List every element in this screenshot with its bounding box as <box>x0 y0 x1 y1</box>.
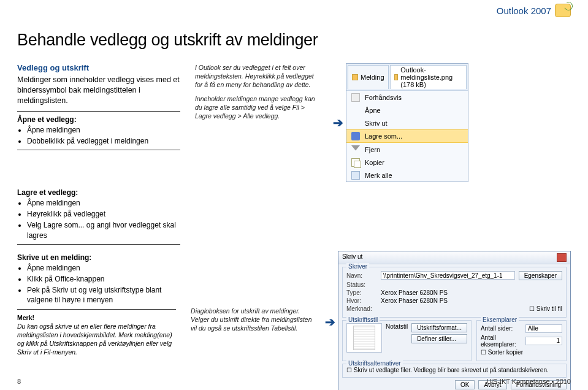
group-copies: Eksemplarer <box>481 316 519 323</box>
arrow-icon: ➔ <box>323 251 338 390</box>
properties-button: Egenskaper <box>519 271 562 280</box>
label-name: Navn: <box>346 272 377 279</box>
context-menu-figure: Melding Outlook-meldingsliste.png (178 k… <box>346 63 468 182</box>
brand-header: Outlook 2007 <box>497 4 571 17</box>
outlook-icon <box>555 4 571 17</box>
menu-item-preview: Forhåndsvis <box>346 91 468 104</box>
list-item: Dobbelklikk på vedlegget i meldingen <box>27 136 180 146</box>
page-footer: 8 UiS-IKT Kompetanse • 2010 <box>17 378 571 385</box>
print-icon <box>351 119 360 128</box>
subhead-vedlegg: Vedlegg og utskrift <box>17 63 180 72</box>
label-remark: Merknad: <box>346 305 377 312</box>
field-copies: 1 <box>525 337 562 345</box>
label-pages: Antall sider: <box>481 325 522 332</box>
close-icon <box>557 253 567 262</box>
menu-item-remove: Fjern <box>346 143 468 156</box>
menu-item-copy: Kopier <box>346 156 468 169</box>
brand-name: Outlook 2007 <box>497 6 551 16</box>
caption-text: I Outlook ser du vedlegget i et felt ove… <box>195 63 321 90</box>
menu-item-open: Åpne <box>346 104 468 117</box>
footer-credit: UiS-IKT Kompetanse • 2010 <box>486 378 571 385</box>
save-icon <box>351 132 360 140</box>
print-dialog-figure: Skriv ut Skriver Navn: \\printintern\Ghv… <box>338 251 571 390</box>
caption-text: Inneholder meldingen mange vedlegg kan d… <box>195 94 321 121</box>
style-thumbnail <box>346 323 382 353</box>
page-number: 8 <box>17 378 21 385</box>
open-head: Åpne et vedlegg: <box>17 115 180 124</box>
print-attachments-check: ☐ Skriv ut vedlagte filer. Vedlegg blir … <box>346 367 549 373</box>
list-item: Åpne meldingen <box>27 263 176 273</box>
collate-check: ☐ Sorter kopier <box>481 349 523 356</box>
label-where: Hvor: <box>346 297 377 304</box>
copy-icon <box>351 158 360 167</box>
list-item: Klikk på Office-knappen <box>27 274 176 284</box>
section-attachments: Vedlegg og utskrift Meldinger som inneho… <box>17 63 571 182</box>
page-setup-button: Utskriftsformat... <box>411 323 467 332</box>
section-print: Skrive ut en melding: Åpne meldingen Kli… <box>17 251 571 390</box>
print-to-file-check: ☐ Skriv til fil <box>529 305 562 312</box>
list-item: Høyreklikk på vedlegget <box>27 209 180 219</box>
caption-text: Diagloboksen for utskrift av meldinger. … <box>191 307 314 333</box>
menu-item-print: Skriv ut <box>346 117 468 129</box>
label-type: Type: <box>346 289 377 296</box>
intro-text: Meldinger som inneholder vedlegg vises m… <box>17 75 180 106</box>
arrow-icon: ➔ <box>330 63 346 182</box>
page-title: Behandle vedlegg og utskrift av meldinge… <box>17 31 571 50</box>
define-styles-button: Definer stiler... <box>411 334 467 343</box>
save-head: Lagre et vedlegg: <box>17 188 180 197</box>
field-pages: Alle <box>525 324 562 333</box>
label-copies: Antall eksemplarer: <box>481 334 522 348</box>
note-head: Merk! <box>17 314 34 321</box>
dialog-title: Skriv ut <box>342 253 362 262</box>
note-text: Du kan også skrive ut en eller flere mel… <box>17 323 172 356</box>
tab-attachment: Outlook-meldingsliste.png (178 kB) <box>390 65 467 89</box>
label-status: Status: <box>346 281 377 288</box>
value-type: Xerox Phaser 6280N PS <box>381 289 448 296</box>
attachment-icon <box>394 74 399 80</box>
section-save-attachment: Lagre et vedlegg: Åpne meldingen Høyrekl… <box>17 186 571 248</box>
list-item: Pek på Skriv ut og velg utskriftstype bl… <box>27 285 176 305</box>
menu-item-saveas: Lagre som... <box>346 129 468 143</box>
tab-message: Melding <box>348 65 389 89</box>
select-all-icon <box>351 171 360 180</box>
message-icon <box>352 74 358 80</box>
group-style: Utskriftsstil <box>346 316 380 323</box>
value-where: Xerox Phaser 6280N PS <box>381 297 448 304</box>
group-printer: Skriver <box>346 263 369 270</box>
remove-icon <box>351 145 360 154</box>
field-name: \\printintern\Ghv_Skredsvigsvei_27_etg_1… <box>381 271 515 280</box>
list-item: Velg Lagre som... og angi hvor vedlegget… <box>27 220 180 240</box>
menu-item-selectall: Merk alle <box>346 169 468 182</box>
preview-icon <box>351 93 360 102</box>
list-item: Åpne meldingen <box>27 125 180 135</box>
open-icon <box>351 106 360 115</box>
group-options: Utskriftsalternativer <box>346 360 403 367</box>
list-item: Åpne meldingen <box>27 198 180 208</box>
style-name: Notatstil <box>386 323 408 330</box>
print-head: Skrive ut en melding: <box>17 253 176 262</box>
